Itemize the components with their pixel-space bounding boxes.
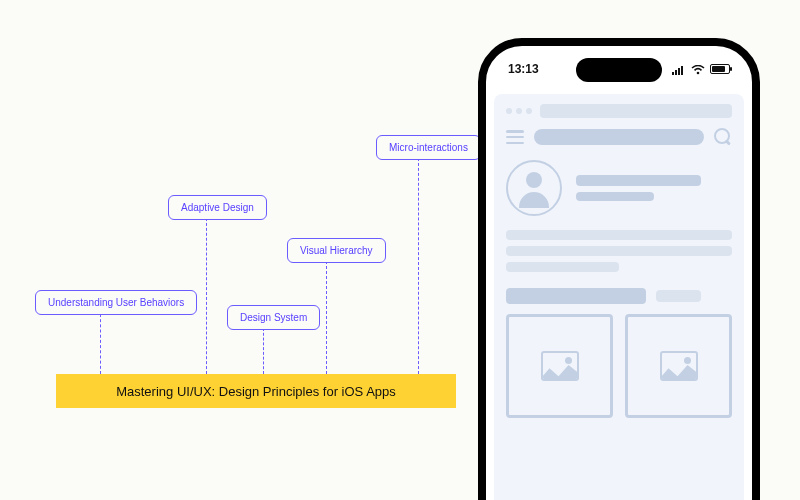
- topic-connector: [326, 261, 327, 374]
- url-bar-placeholder: [540, 104, 732, 118]
- image-placeholder-icon: [660, 351, 698, 381]
- search-icon: [714, 128, 732, 146]
- paragraph-block: [506, 230, 732, 272]
- battery-icon: [710, 64, 730, 74]
- header-title-placeholder: [534, 129, 704, 145]
- topic-visual-hierarchy: Visual Hierarchy: [287, 238, 386, 263]
- topic-user-behaviors: Understanding User Behaviors: [35, 290, 197, 315]
- profile-line-placeholder: [576, 192, 654, 201]
- svg-rect-0: [672, 72, 674, 75]
- svg-rect-1: [675, 70, 677, 75]
- card-row: [506, 314, 732, 418]
- svg-rect-2: [678, 68, 680, 75]
- topic-connector: [263, 328, 264, 374]
- topic-adaptive-design: Adaptive Design: [168, 195, 267, 220]
- section-header: [506, 288, 732, 304]
- status-time: 13:13: [508, 62, 539, 76]
- browser-chrome-row: [506, 104, 732, 118]
- topic-connector: [418, 158, 419, 374]
- text-line-placeholder: [506, 262, 619, 272]
- topic-connector: [100, 314, 101, 374]
- topic-diagram: Understanding User Behaviors Adaptive De…: [0, 0, 470, 500]
- topic-micro-interactions: Micro-interactions: [376, 135, 481, 160]
- text-line-placeholder: [506, 246, 732, 256]
- media-card: [506, 314, 613, 418]
- status-right: [672, 62, 730, 76]
- signal-icon: [672, 64, 686, 74]
- iphone-mockup: 13:13: [478, 38, 760, 500]
- image-placeholder-icon: [541, 351, 579, 381]
- diagram-title-bar: Mastering UI/UX: Design Principles for i…: [56, 374, 456, 408]
- avatar-icon: [506, 160, 562, 216]
- svg-rect-3: [681, 66, 683, 75]
- profile-block: [506, 160, 732, 216]
- profile-line-placeholder: [576, 175, 701, 186]
- wireframe-screen: [494, 94, 744, 500]
- traffic-lights-icon: [506, 108, 532, 114]
- menu-icon: [506, 130, 524, 144]
- text-line-placeholder: [506, 230, 732, 240]
- topic-design-system: Design System: [227, 305, 320, 330]
- status-bar: 13:13: [486, 62, 752, 76]
- topic-connector: [206, 218, 207, 374]
- media-card: [625, 314, 732, 418]
- section-title-placeholder: [506, 288, 646, 304]
- svg-point-4: [697, 72, 700, 75]
- wifi-icon: [691, 64, 705, 74]
- app-header-row: [506, 128, 732, 146]
- section-action-placeholder: [656, 290, 701, 302]
